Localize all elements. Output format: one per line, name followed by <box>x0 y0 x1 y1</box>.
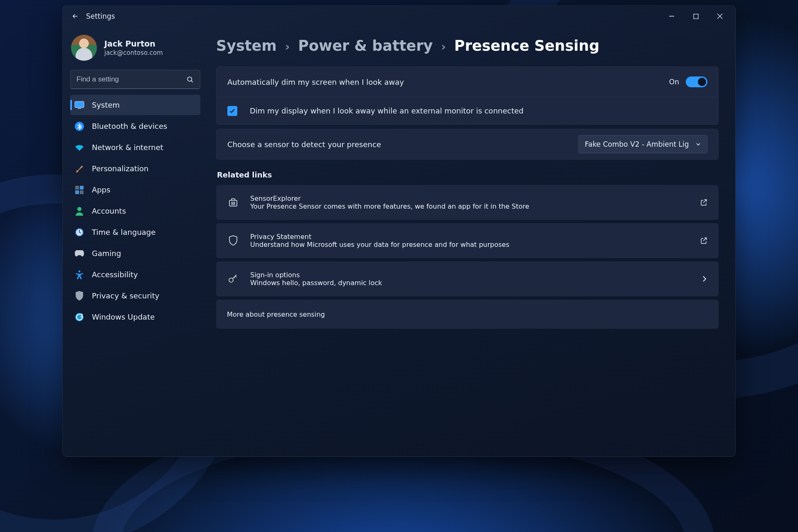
svg-rect-0 <box>694 14 698 19</box>
store-icon <box>227 197 239 207</box>
checkbox-dim-external[interactable] <box>227 106 237 116</box>
link-desc: Understand how Microsoft uses your data … <box>250 241 510 249</box>
search-box[interactable] <box>70 70 200 89</box>
accessibility-icon <box>74 270 84 280</box>
svg-rect-7 <box>80 186 84 190</box>
setting-dim-away: Automatically dim my screen when I look … <box>217 67 718 97</box>
sensor-dropdown[interactable]: Fake Combo V2 - Ambient Lig <box>579 135 707 153</box>
link-more-about[interactable]: More about presence sensing <box>216 300 719 329</box>
related-links-heading: Related links <box>217 170 719 179</box>
settings-card: Automatically dim my screen when I look … <box>216 66 719 125</box>
titlebar: Settings <box>63 6 735 27</box>
link-privacy-statement[interactable]: Privacy Statement Understand how Microso… <box>216 223 719 258</box>
chevron-right-icon <box>701 276 708 282</box>
minimize-button[interactable] <box>660 7 684 25</box>
nav-item-apps[interactable]: Apps <box>70 180 200 200</box>
nav-item-system[interactable]: System <box>70 95 200 115</box>
link-title: Sign-in options <box>250 271 382 279</box>
clock-icon <box>74 227 84 237</box>
svg-rect-6 <box>75 186 79 190</box>
nav-item-privacy[interactable]: Privacy & security <box>70 286 200 306</box>
svg-rect-9 <box>80 190 84 194</box>
display-icon <box>74 100 84 110</box>
update-icon <box>74 312 84 322</box>
setting-label: Choose a sensor to detect your presence <box>227 140 381 149</box>
link-title: More about presence sensing <box>227 310 325 318</box>
brush-icon <box>74 164 84 174</box>
profile-name: Jack Purton <box>104 39 163 48</box>
avatar <box>71 35 97 61</box>
sensor-card: Choose a sensor to detect your presence … <box>216 129 719 160</box>
setting-label: Automatically dim my screen when I look … <box>227 78 404 86</box>
nav-label: Time & language <box>92 228 155 236</box>
search-input[interactable] <box>76 75 186 84</box>
close-icon <box>717 13 723 19</box>
link-sensorexplorer[interactable]: SensorExplorer Your Presence Sensor come… <box>216 185 719 220</box>
window-title: Settings <box>86 12 115 20</box>
check-icon <box>229 108 236 114</box>
open-external-icon <box>699 236 708 245</box>
nav-label: Gaming <box>92 249 121 258</box>
toggle-dim-away[interactable] <box>686 76 707 87</box>
open-external-icon <box>699 198 708 207</box>
back-button[interactable] <box>69 10 82 23</box>
breadcrumb-system[interactable]: System <box>216 37 277 54</box>
nav-label: Windows Update <box>92 313 155 321</box>
link-title: Privacy Statement <box>250 233 510 241</box>
svg-point-13 <box>79 270 81 272</box>
nav-label: Privacy & security <box>92 291 160 300</box>
arrow-left-icon <box>71 12 79 20</box>
chevron-down-icon <box>695 141 701 147</box>
nav-item-gaming[interactable]: Gaming <box>70 243 200 264</box>
nav-item-time-language[interactable]: Time & language <box>70 222 200 242</box>
svg-point-1 <box>187 77 192 81</box>
breadcrumb-power[interactable]: Power & battery <box>298 37 433 54</box>
maximize-button[interactable] <box>684 7 708 25</box>
chevron-right-icon: › <box>441 40 446 54</box>
nav-item-accounts[interactable]: Accounts <box>70 201 200 221</box>
setting-label: Dim my display when I look away while an… <box>250 106 524 115</box>
link-desc: Windows hello, password, dynamic lock <box>250 279 382 287</box>
chevron-right-icon: › <box>285 40 290 54</box>
nav-item-accessibility[interactable]: Accessibility <box>70 264 200 285</box>
svg-point-16 <box>229 278 233 282</box>
link-title: SensorExplorer <box>250 195 529 202</box>
link-desc: Your Presence Sensor comes with more fea… <box>250 202 529 210</box>
maximize-icon <box>693 14 699 19</box>
setting-choose-sensor: Choose a sensor to detect your presence … <box>217 129 718 159</box>
nav-item-bluetooth[interactable]: Bluetooth & devices <box>70 116 200 136</box>
person-icon <box>74 206 84 216</box>
profile[interactable]: Jack Purton jack@contoso.com <box>68 30 203 68</box>
nav-label: Accessibility <box>92 270 138 279</box>
svg-point-10 <box>77 207 81 211</box>
main-content: System › Power & battery › Presence Sens… <box>206 27 735 456</box>
setting-dim-external: Dim my display when I look away while an… <box>217 97 718 124</box>
key-icon <box>227 273 239 284</box>
wifi-icon <box>74 143 84 153</box>
nav-label: Personalization <box>92 164 148 173</box>
settings-window: Settings Jack Purton jack@contoso.com <box>62 5 736 457</box>
nav-label: Accounts <box>92 207 126 215</box>
shield-outline-icon <box>227 235 239 246</box>
svg-rect-2 <box>75 101 84 108</box>
svg-rect-15 <box>229 200 237 206</box>
shield-icon <box>74 291 84 301</box>
nav-item-personalization[interactable]: Personalization <box>70 158 200 179</box>
nav-item-network[interactable]: Network & internet <box>70 137 200 158</box>
link-sign-in-options[interactable]: Sign-in options Windows hello, password,… <box>216 261 719 296</box>
breadcrumb: System › Power & battery › Presence Sens… <box>216 37 719 54</box>
svg-rect-4 <box>78 108 81 109</box>
minimize-icon <box>669 13 675 19</box>
apps-icon <box>74 185 84 195</box>
nav-item-windows-update[interactable]: Windows Update <box>70 307 200 327</box>
profile-email: jack@contoso.com <box>104 49 163 57</box>
close-button[interactable] <box>708 7 732 25</box>
svg-rect-8 <box>75 190 79 194</box>
nav-label: Bluetooth & devices <box>92 122 167 131</box>
breadcrumb-current: Presence Sensing <box>454 37 599 54</box>
toggle-state: On <box>669 78 679 86</box>
nav-label: Network & internet <box>92 143 163 152</box>
nav-label: System <box>92 101 120 109</box>
sidebar: Jack Purton jack@contoso.com System Blue… <box>63 27 206 456</box>
bluetooth-icon <box>74 121 84 131</box>
